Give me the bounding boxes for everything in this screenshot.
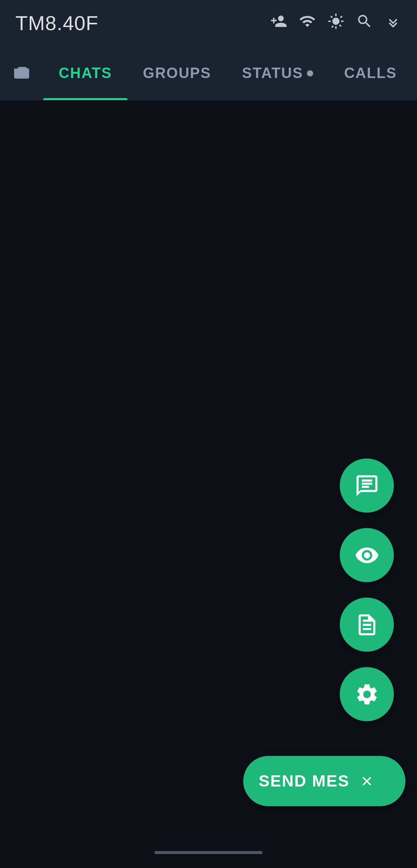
status-time: TM8.40F [15,12,98,35]
settings-fab[interactable] [340,667,394,721]
eye-fab[interactable] [340,528,394,582]
close-icon[interactable]: × [361,771,372,791]
send-message-bar[interactable]: SEND MES × [243,756,405,806]
tab-groups[interactable]: GROUPS [127,46,227,100]
settings-fab-icon [354,682,380,707]
camera-icon[interactable] [12,63,32,85]
brightness-icon [327,13,344,34]
wifi-icon [299,13,316,34]
tab-calls[interactable]: CALLS [329,46,412,100]
send-message-text: SEND MES [259,772,349,790]
message-fab-icon [354,473,380,498]
document-fab[interactable] [340,598,394,652]
main-content: SEND MES × [0,100,417,837]
document-fab-icon [354,612,380,637]
status-bar-left: TM8.40F [15,12,98,35]
bottom-bar [0,837,417,868]
tab-bar: CHATS GROUPS STATUS CALLS [0,46,417,100]
status-dot [307,70,313,76]
tabs: CHATS GROUPS STATUS CALLS [43,46,412,100]
search-icon[interactable] [356,13,373,34]
fab-container [340,459,394,721]
message-fab[interactable] [340,459,394,513]
eye-fab-icon [354,543,380,568]
tab-chats[interactable]: CHATS [43,46,127,100]
nav-indicator [154,851,263,854]
more-icon[interactable] [385,13,402,34]
status-bar: TM8.40F [0,0,417,46]
status-icons [270,13,402,34]
tab-status[interactable]: STATUS [227,46,329,100]
camera-icon-wrap[interactable] [12,61,32,86]
add-contact-icon [270,13,287,34]
